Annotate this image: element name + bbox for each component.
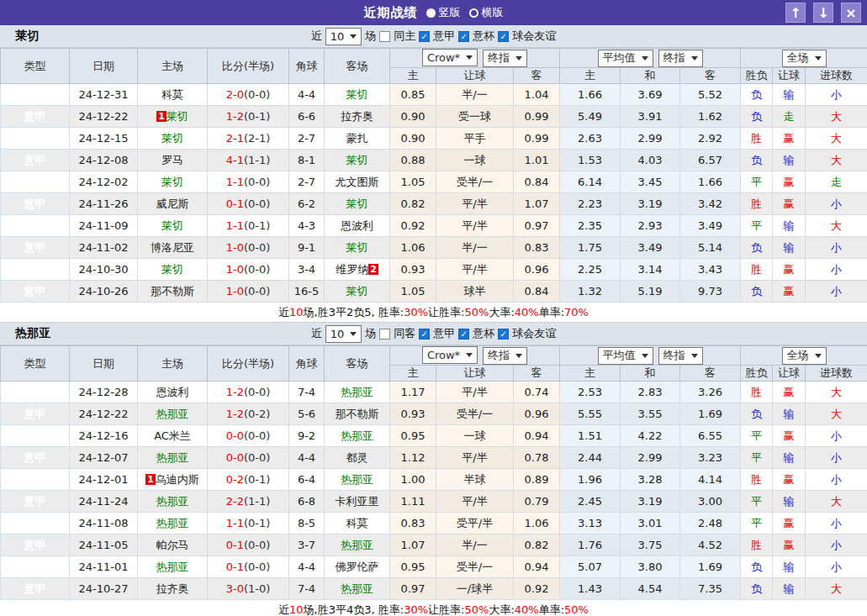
match-row: 意甲24-11-02博洛尼亚1-0(0-0)9-1莱切1.06半/一0.831.…	[1, 237, 867, 259]
layout-option-horizontal[interactable]: 横版	[469, 5, 504, 20]
result-winlose: 胜	[741, 382, 773, 403]
halftime-score: (0-0)	[244, 561, 270, 573]
avg-away-odds: 5.14	[680, 237, 741, 259]
handicap-away-odds: 0.96	[514, 403, 560, 425]
result-goals: 大	[806, 150, 867, 171]
average-time-select[interactable]: 终指	[658, 50, 703, 67]
away-team-cell: 维罗纳2	[325, 259, 390, 281]
column-header: 比分(半场)	[208, 346, 289, 382]
match-row: 意甲24-10-30莱切1-0(0-0)3-4维罗纳20.93平/半0.962.…	[1, 259, 867, 281]
team-section: 近10场同客✓意甲✓意杯✓球会友谊热那亚类型日期主场比分(半场)角球客场Crow…	[0, 323, 867, 616]
match-count-select[interactable]: 10	[325, 28, 362, 45]
bookmaker-select[interactable]: Crow*	[422, 49, 478, 66]
result-handicap: 赢	[773, 128, 806, 150]
corners-cell: 6-8	[289, 491, 325, 513]
handicap-line: 一球	[436, 425, 514, 447]
league-filter-label: 球会友谊	[512, 29, 556, 44]
scope-select[interactable]: 全场	[782, 50, 827, 67]
avg-home-odds: 1.76	[560, 534, 621, 556]
avg-draw-odds: 4.22	[621, 425, 680, 447]
radio-selected-icon	[426, 8, 436, 18]
team-name-text: 热那亚	[156, 451, 189, 464]
result-goals: 大	[806, 578, 867, 600]
date-cell: 24-12-22	[70, 403, 138, 425]
team-name-text: 那不勒斯	[336, 408, 379, 420]
handicap-subheader: 主	[390, 366, 436, 382]
league-filter-checkbox[interactable]: ✓	[458, 329, 469, 340]
bookmaker-select[interactable]: Crow*	[422, 346, 478, 364]
avg-draw-odds: 3.80	[621, 556, 680, 578]
league-filter-checkbox[interactable]: ✓	[419, 31, 430, 42]
corners-cell: 6-2	[289, 193, 325, 215]
league-cell: 意甲	[1, 128, 70, 150]
handicap-away-odds: 1.06	[514, 513, 560, 534]
summary-segment: 让胜率:	[428, 305, 464, 320]
chevron-down-icon	[515, 354, 522, 358]
same-venue-checkbox[interactable]	[379, 31, 390, 42]
scope-select[interactable]: 全场	[782, 347, 827, 365]
league-filter-checkbox[interactable]: ✓	[419, 329, 430, 340]
handicap-away-odds: 0.96	[514, 259, 560, 281]
result-winlose: 负	[741, 150, 773, 171]
team-name-text: 卡利亚里	[336, 495, 379, 508]
move-down-button[interactable]: ↓	[813, 3, 833, 23]
league-filter-checkbox[interactable]: ✓	[498, 31, 509, 42]
team-name: 热那亚	[0, 326, 50, 341]
team-name-text: 莱切	[346, 88, 368, 101]
summary-segment: 场,胜3平4负3, 胜率:	[304, 603, 404, 616]
same-venue-checkbox[interactable]	[379, 329, 390, 340]
result-winlose: 胜	[741, 193, 773, 215]
layout-option-vertical[interactable]: 竖版	[426, 5, 461, 20]
league-cell: 意甲	[1, 578, 70, 600]
close-button[interactable]: ×	[841, 3, 861, 23]
fulltime-score: 1-0	[226, 241, 244, 254]
average-source-select[interactable]: 平均值	[598, 50, 653, 67]
home-team-cell: 那不勒斯	[138, 281, 208, 303]
avg-draw-odds: 5.19	[621, 281, 680, 303]
average-subheader: 主	[560, 68, 621, 84]
column-header: 类型	[1, 346, 70, 382]
corners-cell: 4-3	[289, 215, 325, 237]
column-header: 客场	[325, 49, 390, 84]
home-team-cell: 威尼斯	[138, 193, 208, 215]
handicap-time-select[interactable]: 终指	[483, 50, 527, 67]
chevron-down-icon	[466, 55, 473, 60]
score-cell: 1-2(0-0)	[208, 382, 289, 403]
move-up-button[interactable]: ↑	[785, 3, 806, 23]
chevron-down-icon	[350, 332, 357, 336]
handicap-away-odds: 0.83	[514, 237, 560, 259]
handicap-time-select[interactable]: 终指	[483, 347, 527, 365]
near-label: 近	[311, 29, 322, 44]
column-header: 日期	[70, 49, 138, 84]
summary-segment: 50%	[564, 603, 589, 616]
score-cell: 2-0(0-0)	[208, 84, 289, 106]
fulltime-score: 0-0	[226, 429, 244, 442]
average-time-select[interactable]: 终指	[658, 347, 703, 365]
chevron-down-icon	[642, 354, 648, 358]
handicap-line: 平/半	[436, 491, 514, 513]
halftime-score: (1-0)	[244, 582, 270, 595]
result-goals: 小	[806, 556, 867, 578]
team-name-text: 莱切	[161, 263, 183, 276]
result-goals: 小	[806, 237, 867, 259]
corners-cell: 4-4	[289, 556, 325, 578]
halftime-score: (0-0)	[244, 285, 270, 297]
league-filter-checkbox[interactable]: ✓	[458, 31, 469, 42]
result-handicap: 输	[773, 447, 806, 469]
corners-cell: 9-2	[289, 425, 325, 447]
result-winlose: 负	[741, 84, 773, 106]
league-filter-checkbox[interactable]: ✓	[498, 329, 509, 340]
avg-draw-odds: 4.54	[621, 578, 680, 600]
handicap-line: 平/半	[436, 259, 514, 281]
handicap-away-odds: 0.94	[514, 556, 560, 578]
average-source-select[interactable]: 平均值	[598, 347, 653, 365]
handicap-home-odds: 0.88	[390, 150, 436, 171]
avg-draw-odds: 3.19	[621, 193, 680, 215]
away-team-cell: 莱切	[325, 193, 390, 215]
date-cell: 24-10-27	[70, 578, 138, 600]
fulltime-score: 1-1	[226, 176, 244, 188]
date-cell: 24-12-02	[70, 171, 138, 193]
match-count-select[interactable]: 10	[325, 325, 362, 343]
summary-segment: 50%	[464, 603, 489, 616]
corners-cell: 6-4	[289, 469, 325, 491]
